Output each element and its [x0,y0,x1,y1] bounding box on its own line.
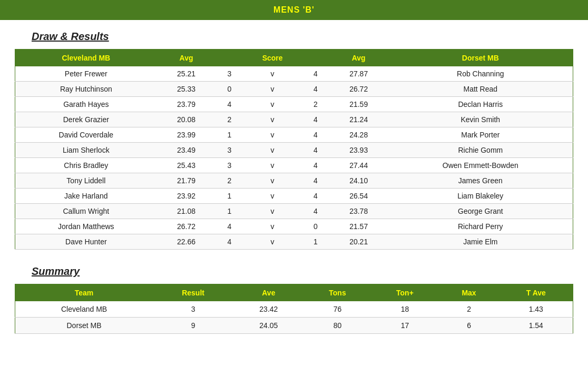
draw-results-title: Draw & Results [32,31,588,43]
left-score: 4 [215,234,243,250]
summary-title: Summary [32,265,588,278]
left-score: 3 [215,66,243,82]
sum-team: Cleveland MB [15,301,153,318]
sum-t-ave: 1.54 [499,318,573,334]
left-avg: 26.72 [157,219,216,234]
vs: v [243,158,301,173]
right-score: 2 [302,97,329,112]
sum-ton-plus: 18 [371,301,438,318]
vs: v [243,112,301,127]
sum-max: 6 [439,318,499,334]
sum-result: 3 [153,301,233,318]
right-score: 4 [302,189,329,204]
page-wrapper: MENS 'B' Draw & Results Cleveland MB Avg… [0,0,588,376]
sum-ave: 23.42 [233,301,304,318]
left-avg: 25.21 [157,66,216,82]
right-avg: 27.44 [329,158,388,173]
vs: v [243,204,301,219]
sum-result: 9 [153,318,233,334]
right-player: Jamie Elm [388,234,573,250]
summary-table-row: Cleveland MB 3 23.42 76 18 2 1.43 [15,301,573,318]
left-player: Liam Sherlock [15,143,156,158]
vs: v [243,173,301,189]
right-avg: 24.10 [329,173,388,189]
col-right-avg: Avg [329,50,388,67]
draw-table-row: Garath Hayes 23.79 4 v 2 21.59 Declan Ha… [15,97,573,112]
left-score: 4 [215,219,243,234]
sum-col-team: Team [15,284,153,302]
draw-table-row: Liam Sherlock 23.49 3 v 4 23.93 Richie G… [15,143,573,158]
draw-table-row: Ray Hutchinson 25.33 0 v 4 26.72 Matt Re… [15,82,573,97]
left-player: David Coverdale [15,127,156,143]
sum-t-ave: 1.43 [499,301,573,318]
vs: v [243,127,301,143]
sum-team: Dorset MB [15,318,153,334]
vs: v [243,189,301,204]
right-avg: 23.78 [329,204,388,219]
left-player: Peter Frewer [15,66,156,82]
left-player: Derek Grazier [15,112,156,127]
page-title: MENS 'B' [273,5,315,14]
right-avg: 24.28 [329,127,388,143]
right-player: Matt Read [388,82,573,97]
left-player: Dave Hunter [15,234,156,250]
left-score: 0 [215,82,243,97]
right-score: 1 [302,234,329,250]
left-score: 4 [215,97,243,112]
draw-table-row: Derek Grazier 20.08 2 v 4 21.24 Kevin Sm… [15,112,573,127]
right-player: Declan Harris [388,97,573,112]
draw-table-row: Callum Wright 21.08 1 v 4 23.78 George G… [15,204,573,219]
sum-col-result: Result [153,284,233,302]
vs: v [243,143,301,158]
draw-table-row: David Coverdale 23.99 1 v 4 24.28 Mark P… [15,127,573,143]
left-avg: 21.08 [157,204,216,219]
right-avg: 26.72 [329,82,388,97]
right-player: Richie Gomm [388,143,573,158]
draw-table-row: Tony Liddell 21.79 2 v 4 24.10 James Gre… [15,173,573,189]
top-banner: MENS 'B' [0,0,588,20]
sum-tons: 76 [304,301,371,318]
right-avg: 21.59 [329,97,388,112]
right-player: Owen Emmett-Bowden [388,158,573,173]
left-score: 2 [215,173,243,189]
sum-ave: 24.05 [233,318,304,334]
sum-col-tons: Tons [304,284,371,302]
right-player: Liam Blakeley [388,189,573,204]
right-avg: 21.24 [329,112,388,127]
left-player: Jordan Matthews [15,219,156,234]
left-avg: 23.79 [157,97,216,112]
left-player: Jake Harland [15,189,156,204]
left-score: 3 [215,143,243,158]
col-left-score [215,50,243,67]
left-player: Garath Hayes [15,97,156,112]
draw-table-row: Jordan Matthews 26.72 4 v 0 21.57 Richar… [15,219,573,234]
sum-col-max: Max [439,284,499,302]
vs: v [243,82,301,97]
right-score: 4 [302,204,329,219]
sum-col-ton-plus: Ton+ [371,284,438,302]
draw-table-row: Dave Hunter 22.66 4 v 1 20.21 Jamie Elm [15,234,573,250]
sum-col-t-ave: T Ave [499,284,573,302]
left-score: 1 [215,204,243,219]
summary-table: Team Result Ave Tons Ton+ Max T Ave Clev… [15,284,573,334]
col-left-avg: Avg [157,50,216,67]
sum-max: 2 [439,301,499,318]
right-player: Richard Perry [388,219,573,234]
draw-table: Cleveland MB Avg Score Avg Dorset MB Pet… [15,49,573,250]
draw-table-row: Peter Frewer 25.21 3 v 4 27.87 Rob Chann… [15,66,573,82]
draw-table-row: Chris Bradley 25.43 3 v 4 27.44 Owen Emm… [15,158,573,173]
vs: v [243,234,301,250]
draw-table-row: Jake Harland 23.92 1 v 4 26.54 Liam Blak… [15,189,573,204]
sum-col-ave: Ave [233,284,304,302]
right-avg: 27.87 [329,66,388,82]
left-player: Tony Liddell [15,173,156,189]
right-avg: 26.54 [329,189,388,204]
col-cleveland-mb: Cleveland MB [15,50,156,67]
right-player: James Green [388,173,573,189]
col-right-score [302,50,329,67]
col-score: Score [243,50,301,67]
right-score: 4 [302,127,329,143]
sum-ton-plus: 17 [371,318,438,334]
right-avg: 21.57 [329,219,388,234]
right-player: Kevin Smith [388,112,573,127]
